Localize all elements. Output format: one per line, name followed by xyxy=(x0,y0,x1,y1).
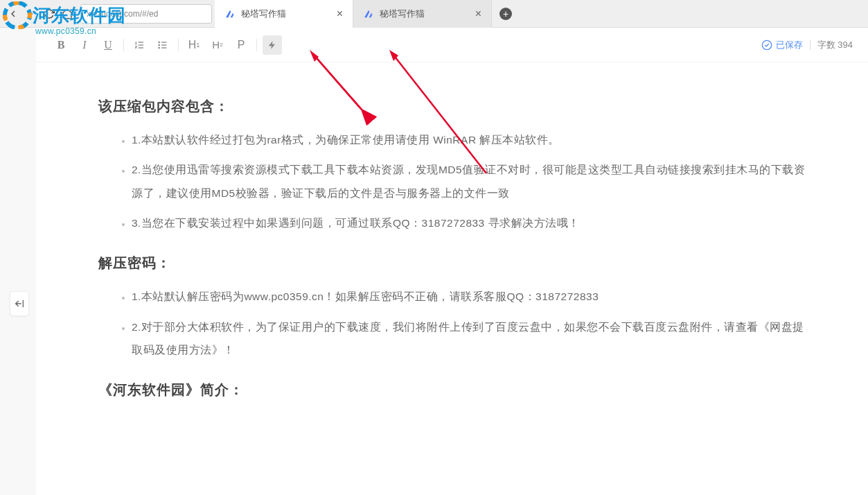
check-circle-icon xyxy=(761,40,772,51)
section-heading: 《河东软件园》简介： xyxy=(98,381,806,399)
italic-button[interactable]: I xyxy=(75,35,94,55)
svg-point-10 xyxy=(762,40,771,49)
home-button[interactable] xyxy=(61,8,73,20)
browser-tab[interactable]: 秘塔写作猫 × xyxy=(353,0,492,28)
back-button[interactable] xyxy=(7,8,19,20)
tab-close-button[interactable]: × xyxy=(337,8,343,20)
tab-favicon-icon xyxy=(224,8,236,19)
underline-button[interactable]: U xyxy=(98,35,118,55)
heading2-button[interactable]: H2 xyxy=(208,35,227,55)
forward-button[interactable] xyxy=(25,8,37,20)
lightning-icon xyxy=(267,40,277,50)
left-rail xyxy=(0,28,36,495)
save-status: 已保存 xyxy=(761,39,803,51)
new-tab-button[interactable]: + xyxy=(492,0,520,28)
reload-button[interactable] xyxy=(43,8,55,20)
ordered-list-button[interactable] xyxy=(130,35,149,55)
bold-button[interactable]: B xyxy=(51,35,71,55)
list-item: 1.本站默认解压密码为www.pc0359.cn！如果解压密码不正确，请联系客服… xyxy=(132,285,806,308)
editor-area: B I U H1 H2 P xyxy=(36,28,868,495)
svg-point-9 xyxy=(159,47,159,48)
lightning-button[interactable] xyxy=(263,35,282,55)
url-text: xiezuocat.com/#/ed xyxy=(87,9,158,19)
tab-close-button[interactable]: × xyxy=(475,8,481,20)
list-item: 2.对于部分大体积软件，为了保证用户的下载速度，我们将附件上传到了百度云盘中，如… xyxy=(132,315,806,362)
editor-toolbar: B I U H1 H2 P xyxy=(36,28,868,62)
section-heading: 解压密码： xyxy=(98,254,806,272)
sidebar-collapse-button[interactable] xyxy=(10,291,29,316)
list-item: 3.当您在下载安装过程中如果遇到问题，可通过联系QQ：3187272833 寻求… xyxy=(132,211,806,234)
svg-point-8 xyxy=(159,44,159,45)
ul-icon xyxy=(157,40,168,51)
word-count: 字数 394 xyxy=(817,39,853,51)
document-content[interactable]: 该压缩包内容包含： 1.本站默认软件经过打包为rar格式，为确保正常使用请使用 … xyxy=(36,62,868,495)
paragraph-button[interactable]: P xyxy=(231,35,251,55)
browser-tab[interactable]: 秘塔写作猫 × xyxy=(215,0,353,28)
svg-point-7 xyxy=(159,42,159,42)
tab-title: 秘塔写作猫 xyxy=(380,8,470,20)
browser-top-bar: xiezuocat.com/#/ed 秘塔写作猫 × 秘塔写作猫 × + xyxy=(0,0,868,28)
tab-favicon-icon xyxy=(363,8,374,19)
collapse-icon xyxy=(14,298,25,309)
plus-icon: + xyxy=(499,8,512,20)
tab-title: 秘塔写作猫 xyxy=(241,8,331,20)
ol-icon xyxy=(134,40,145,51)
heading1-button[interactable]: H1 xyxy=(184,35,204,55)
list-item: 2.当您使用迅雷等搜索资源模式下载工具下载本站资源，发现MD5值验证不对时，很可… xyxy=(132,158,806,205)
address-bar[interactable]: xiezuocat.com/#/ed xyxy=(80,4,212,24)
unordered-list-button[interactable] xyxy=(153,35,172,55)
list-item: 1.本站默认软件经过打包为rar格式，为确保正常使用请使用 WinRAR 解压本… xyxy=(132,128,806,151)
section-heading: 该压缩包内容包含： xyxy=(98,97,806,116)
